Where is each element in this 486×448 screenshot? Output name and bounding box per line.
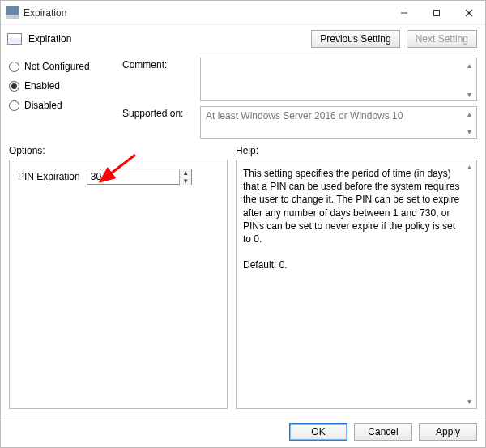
maximize-icon <box>433 9 441 17</box>
options-heading: Options: <box>9 145 236 156</box>
section-labels: Options: Help: <box>1 139 485 158</box>
close-button[interactable] <box>453 1 485 24</box>
state-radio-group: Not Configured Enabled Disabled <box>9 58 114 139</box>
next-setting-button[interactable]: Next Setting <box>407 30 477 48</box>
comment-row: Comment: ▴ ▾ <box>122 58 477 101</box>
pin-expiration-label: PIN Expiration <box>18 171 80 182</box>
scroll-down-icon[interactable]: ▾ <box>464 397 474 407</box>
spin-buttons: ▲ ▼ <box>179 169 190 184</box>
dialog-window: Expiration Expiration Previous Setting N… <box>0 0 486 448</box>
radio-enabled[interactable]: Enabled <box>9 80 114 92</box>
panels-row: PIN Expiration ▲ ▼ This setting specifie… <box>1 158 485 416</box>
scroll-down-icon[interactable]: ▾ <box>464 89 474 99</box>
help-default-text: Default: 0. <box>243 258 462 271</box>
minimize-button[interactable] <box>388 1 420 24</box>
help-heading: Help: <box>236 145 477 156</box>
previous-setting-button[interactable]: Previous Setting <box>311 30 399 48</box>
scroll-up-icon[interactable]: ▴ <box>464 109 474 118</box>
help-panel: This setting specifies the period of tim… <box>236 160 477 409</box>
header-row: Expiration Previous Setting Next Setting <box>1 25 485 54</box>
maximize-button[interactable] <box>420 1 453 24</box>
scroll-down-icon[interactable]: ▾ <box>464 126 474 136</box>
scroll-up-icon[interactable]: ▴ <box>464 162 474 172</box>
app-icon <box>6 6 19 19</box>
radio-icon <box>9 62 19 72</box>
options-panel: PIN Expiration ▲ ▼ <box>9 160 228 409</box>
ok-button[interactable]: OK <box>289 423 347 441</box>
help-body-text: This setting specifies the period of tim… <box>243 167 462 245</box>
close-icon <box>465 9 473 17</box>
radio-not-configured[interactable]: Not Configured <box>9 61 114 72</box>
spin-down-button[interactable]: ▼ <box>180 177 190 185</box>
cancel-button[interactable]: Cancel <box>354 423 412 441</box>
supported-row: Supported on: At least Windows Server 20… <box>122 106 477 139</box>
radio-label: Not Configured <box>24 61 90 72</box>
spin-up-button[interactable]: ▲ <box>180 169 190 177</box>
radio-label: Enabled <box>24 80 60 92</box>
policy-title: Expiration <box>28 33 305 45</box>
apply-button[interactable]: Apply <box>419 423 477 441</box>
comment-textarea[interactable]: ▴ ▾ <box>200 58 477 101</box>
config-area: Not Configured Enabled Disabled Comment:… <box>1 54 485 139</box>
policy-icon <box>7 33 22 45</box>
dialog-footer: OK Cancel Apply <box>1 416 485 447</box>
supported-on-box: At least Windows Server 2016 or Windows … <box>200 106 477 139</box>
pin-expiration-spinner[interactable]: ▲ ▼ <box>87 169 192 185</box>
radio-icon <box>9 81 19 92</box>
window-buttons <box>388 1 485 24</box>
radio-label: Disabled <box>24 100 62 111</box>
pin-expiration-input[interactable] <box>87 169 180 184</box>
supported-on-text: At least Windows Server 2016 or Windows … <box>206 110 403 122</box>
fields-column: Comment: ▴ ▾ Supported on: At least Wind… <box>122 58 477 139</box>
scroll-up-icon[interactable]: ▴ <box>464 60 474 70</box>
svg-rect-1 <box>434 10 440 15</box>
comment-label: Comment: <box>122 58 195 101</box>
radio-icon <box>9 100 19 111</box>
titlebar: Expiration <box>1 1 485 25</box>
supported-label: Supported on: <box>122 106 195 139</box>
pin-expiration-row: PIN Expiration ▲ ▼ <box>18 169 219 185</box>
minimize-icon <box>400 9 408 17</box>
radio-disabled[interactable]: Disabled <box>9 100 114 111</box>
window-title: Expiration <box>23 7 388 19</box>
